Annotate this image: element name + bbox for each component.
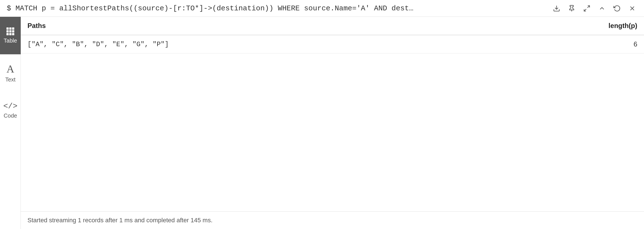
svg-line-3 xyxy=(584,9,586,11)
collapse-button[interactable] xyxy=(595,1,609,16)
column-header-length: length(p) xyxy=(510,17,644,35)
column-header-paths: Paths xyxy=(21,17,510,35)
table-container: Paths length(p) ["A", "C", "B", "D", "E"… xyxy=(21,17,644,211)
table-icon xyxy=(6,27,14,35)
table-row: ["A", "C", "B", "D", "E", "G", "P"]6 xyxy=(21,35,644,53)
expand-button[interactable] xyxy=(580,1,594,16)
refresh-button[interactable] xyxy=(610,1,624,16)
table-header-row: Paths length(p) xyxy=(21,17,644,35)
content-area: Paths length(p) ["A", "C", "B", "D", "E"… xyxy=(21,17,644,229)
sidebar-item-code[interactable]: </> Code xyxy=(0,92,21,129)
main-container: Table A Text </> Code Paths length(p) ["… xyxy=(0,17,644,229)
text-icon: A xyxy=(6,64,14,74)
sidebar-item-table[interactable]: Table xyxy=(0,17,21,54)
sidebar-item-text[interactable]: A Text xyxy=(0,54,21,92)
sidebar: Table A Text </> Code xyxy=(0,17,21,229)
sidebar-code-label: Code xyxy=(4,113,17,119)
status-message: Started streaming 1 records after 1 ms a… xyxy=(27,217,212,224)
download-button[interactable] xyxy=(549,1,564,16)
sidebar-table-label: Table xyxy=(4,38,17,44)
pin-button[interactable] xyxy=(564,1,579,16)
sidebar-text-label: Text xyxy=(5,76,16,83)
cell-length: 6 xyxy=(510,35,644,53)
cell-paths: ["A", "C", "B", "D", "E", "G", "P"] xyxy=(21,35,510,53)
status-bar: Started streaming 1 records after 1 ms a… xyxy=(21,211,644,229)
svg-line-2 xyxy=(587,6,590,8)
toolbar: $ MATCH p = allShortestPaths((source)-[r… xyxy=(0,0,644,17)
query-text: $ MATCH p = allShortestPaths((source)-[r… xyxy=(0,4,549,13)
close-button[interactable] xyxy=(625,1,640,16)
results-table: Paths length(p) ["A", "C", "B", "D", "E"… xyxy=(21,17,644,53)
toolbar-actions xyxy=(549,1,644,16)
code-icon: </> xyxy=(3,102,17,110)
